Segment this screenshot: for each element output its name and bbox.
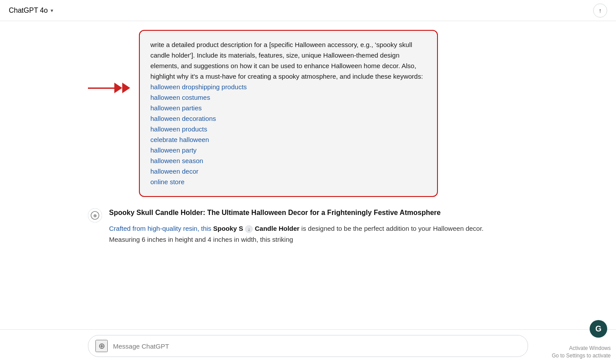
keyword-7: halloween party [150,146,197,154]
chevron-down-icon[interactable]: ▾ [51,7,53,14]
keyword-2: halloween costumes [150,94,210,101]
arrow-head [114,83,122,93]
attach-icon: ⊕ [98,341,105,351]
input-area: ⊕ [0,329,616,364]
attach-button[interactable]: ⊕ [95,340,108,352]
body-start: Crafted from high-quality resin, this [109,225,213,232]
user-message-container: write a detailed product description for… [88,30,528,197]
keyword-3: halloween parties [150,104,202,112]
user-message-bubble: write a detailed product description for… [139,30,438,197]
keyword-5: halloween products [150,125,207,133]
message-intro: write a detailed product description for… [150,41,423,80]
body-bold2: Candle Holder [255,225,299,232]
message-input[interactable] [113,342,521,350]
assistant-message-container: ⊕ Spooky Skull Candle Holder: The Ultima… [88,207,528,245]
keyword-9: halloween decor [150,167,198,175]
windows-watermark: Activate Windows Go to Settings to activ… [552,345,611,360]
watermark-line2: Go to Settings to activate [552,352,611,360]
user-message-text: write a detailed product description for… [150,40,426,187]
keyword-4: halloween decorations [150,115,216,122]
header-left: ChatGPT 4o ▾ [9,7,53,15]
chat-area: write a detailed product description for… [0,21,616,329]
arrow-indicator [88,83,130,93]
body-bold1: Spooky S [213,225,243,232]
app-title: ChatGPT 4o [9,7,48,15]
svg-text:⊕: ⊕ [93,213,97,218]
keyword-10: online store [150,178,185,186]
scroll-icon: ↓ [245,225,253,233]
arrow-line [88,87,114,89]
share-button[interactable]: ↑ [593,4,607,18]
main-content: write a detailed product description for… [0,21,616,364]
chatgpt-icon: ⊕ [88,208,102,222]
keyword-6: celebrate halloween [150,136,209,143]
share-icon: ↑ [599,7,602,14]
keyword-8: halloween season [150,157,203,164]
assistant-message-content: Spooky Skull Candle Holder: The Ultimate… [109,207,487,245]
grammarly-icon: G [595,324,601,334]
header: ChatGPT 4o ▾ ↑ [0,0,616,21]
watermark-line1: Activate Windows [552,345,611,352]
keyword-1: halloween dropshipping products [150,83,247,91]
assistant-body: Crafted from high-quality resin, this Sp… [109,223,487,245]
input-container: ⊕ [88,335,528,357]
assistant-title: Spooky Skull Candle Holder: The Ultimate… [109,207,487,218]
grammarly-button[interactable]: G [590,320,607,338]
